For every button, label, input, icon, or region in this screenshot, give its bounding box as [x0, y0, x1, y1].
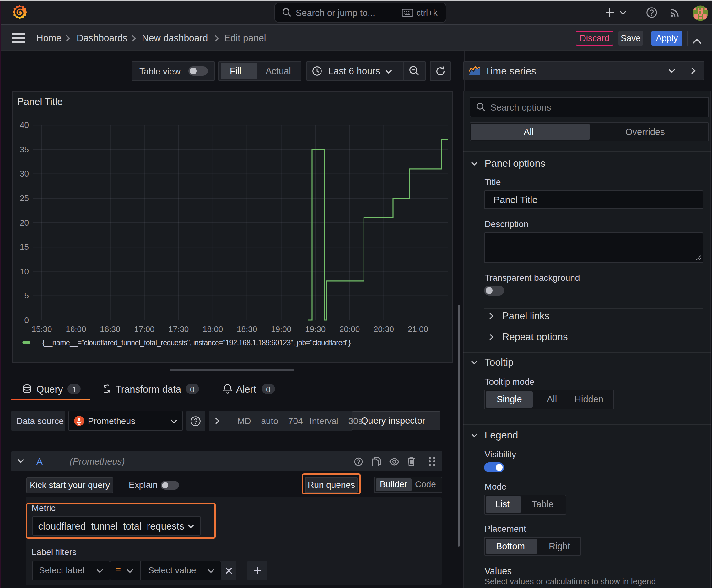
svg-text:5: 5	[24, 291, 29, 300]
svg-text:30: 30	[20, 169, 29, 178]
svg-text:{__name__="cloudflared_tunnel_: {__name__="cloudflared_tunnel_total_requ…	[42, 339, 351, 347]
svg-text:20:30: 20:30	[373, 324, 394, 334]
svg-text:10: 10	[20, 267, 29, 276]
svg-text:21:00: 21:00	[408, 324, 428, 334]
svg-text:16:30: 16:30	[100, 324, 120, 334]
svg-text:25: 25	[20, 193, 29, 203]
svg-text:35: 35	[20, 145, 29, 154]
svg-text:19:30: 19:30	[305, 324, 326, 334]
svg-text:40: 40	[20, 120, 29, 130]
svg-text:18:30: 18:30	[237, 324, 257, 334]
svg-text:20: 20	[20, 218, 29, 227]
svg-text:18:00: 18:00	[202, 324, 223, 334]
svg-text:20:00: 20:00	[339, 324, 360, 334]
svg-text:17:30: 17:30	[168, 324, 189, 334]
svg-text:15:30: 15:30	[31, 324, 52, 334]
svg-text:15: 15	[20, 242, 29, 252]
svg-text:19:00: 19:00	[271, 324, 291, 334]
svg-text:16:00: 16:00	[66, 324, 86, 334]
svg-text:0: 0	[24, 315, 29, 325]
svg-text:17:00: 17:00	[134, 324, 154, 334]
